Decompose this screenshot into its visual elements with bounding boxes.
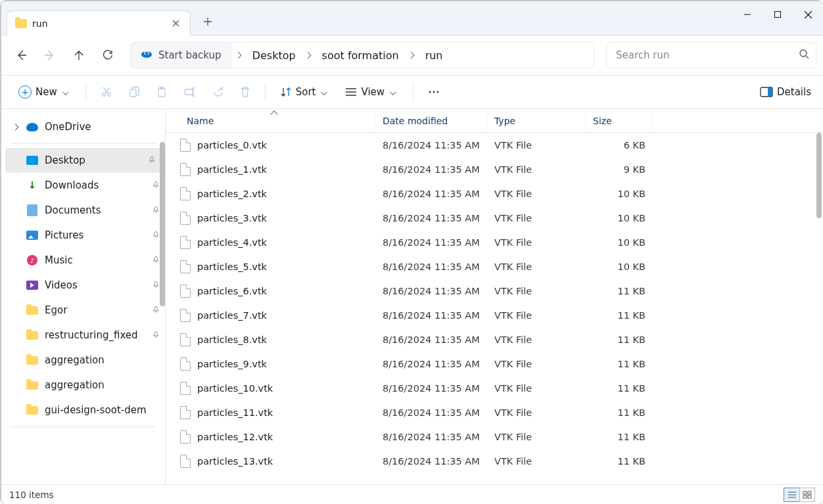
file-icon bbox=[180, 430, 191, 444]
file-size: 6 KB bbox=[586, 140, 652, 150]
file-type: VTK File bbox=[488, 310, 586, 321]
navpane-scrollbar[interactable] bbox=[160, 142, 165, 306]
navpane-item-restructuring-fixed[interactable]: restructuring_fixed bbox=[1, 323, 165, 348]
column-header-type[interactable]: Type bbox=[488, 109, 586, 132]
backup-label: Start backup bbox=[158, 49, 222, 61]
up-button[interactable] bbox=[66, 42, 92, 68]
navpane-onedrive[interactable]: OneDrive bbox=[1, 114, 165, 139]
file-row[interactable]: particles_1.vtk8/16/2024 11:35 AMVTK Fil… bbox=[166, 157, 823, 181]
svg-point-3 bbox=[102, 93, 105, 97]
new-tab-button[interactable] bbox=[199, 12, 217, 31]
file-date: 8/16/2024 11:35 AM bbox=[376, 456, 488, 467]
title-bar: run bbox=[1, 1, 823, 35]
breadcrumb-run[interactable]: run bbox=[420, 49, 448, 62]
rename-button[interactable] bbox=[178, 80, 202, 104]
file-size: 10 KB bbox=[586, 262, 652, 272]
more-button[interactable] bbox=[423, 80, 445, 104]
file-date: 8/16/2024 11:35 AM bbox=[376, 286, 488, 296]
share-button[interactable] bbox=[207, 80, 229, 104]
file-date: 8/16/2024 11:35 AM bbox=[376, 407, 488, 418]
file-name: particles_9.vtk bbox=[197, 359, 267, 369]
search-input[interactable]: Search run bbox=[606, 42, 816, 68]
file-row[interactable]: particles_8.vtk8/16/2024 11:35 AMVTK Fil… bbox=[166, 327, 823, 352]
details-pane-button[interactable]: Details bbox=[760, 86, 811, 98]
navpane-item-videos[interactable]: Videos bbox=[1, 273, 165, 298]
svg-point-10 bbox=[433, 91, 435, 93]
file-row[interactable]: particles_0.vtk8/16/2024 11:35 AMVTK Fil… bbox=[166, 133, 823, 157]
delete-button[interactable] bbox=[235, 80, 256, 104]
navpane-item-aggregation[interactable]: aggregation bbox=[1, 348, 165, 373]
navpane-item-aggregation[interactable]: aggregation bbox=[1, 373, 165, 398]
thumbnails-view-toggle[interactable] bbox=[799, 488, 815, 502]
breadcrumb-soot-formation[interactable]: soot formation bbox=[317, 49, 404, 62]
window-controls bbox=[732, 1, 823, 28]
column-header-date[interactable]: Date modified bbox=[376, 109, 488, 132]
close-window-button[interactable] bbox=[793, 1, 823, 28]
file-row[interactable]: particles_3.vtk8/16/2024 11:35 AMVTK Fil… bbox=[166, 206, 823, 230]
file-row[interactable]: particles_5.vtk8/16/2024 11:35 AMVTK Fil… bbox=[166, 254, 823, 279]
down-icon: ↓ bbox=[26, 179, 38, 191]
file-date: 8/16/2024 11:35 AM bbox=[376, 432, 488, 442]
file-date: 8/16/2024 11:35 AM bbox=[376, 334, 488, 345]
svg-point-4 bbox=[107, 93, 110, 97]
breadcrumb-desktop[interactable]: Desktop bbox=[247, 49, 301, 62]
column-headers: Name Date modified Type Size bbox=[166, 109, 823, 133]
file-row[interactable]: particles_13.vtk8/16/2024 11:35 AMVTK Fi… bbox=[166, 449, 823, 473]
navpane-item-label: Videos bbox=[45, 279, 78, 291]
details-view-toggle[interactable] bbox=[784, 488, 799, 502]
navpane-item-egor[interactable]: Egor bbox=[1, 298, 165, 323]
tab-title: run bbox=[32, 18, 165, 29]
file-size: 10 KB bbox=[586, 213, 652, 223]
new-button[interactable]: + New bbox=[13, 80, 76, 104]
back-button[interactable] bbox=[8, 42, 34, 68]
navpane-item-label: aggregation bbox=[45, 379, 105, 391]
pin-icon bbox=[148, 156, 156, 166]
breadcrumb-bar[interactable]: Start backup Desktop soot formation run bbox=[130, 42, 594, 68]
file-date: 8/16/2024 11:35 AM bbox=[376, 237, 488, 248]
file-row[interactable]: particles_4.vtk8/16/2024 11:35 AMVTK Fil… bbox=[166, 230, 823, 254]
cut-button[interactable] bbox=[95, 80, 118, 104]
svg-rect-8 bbox=[185, 89, 193, 95]
svg-point-9 bbox=[429, 91, 431, 93]
navpane-item-label: Pictures bbox=[45, 229, 83, 241]
navpane-item-gui-design-soot-dem[interactable]: gui-design-soot-dem bbox=[1, 398, 165, 423]
file-row[interactable]: particles_10.vtk8/16/2024 11:35 AMVTK Fi… bbox=[166, 376, 823, 400]
forward-button[interactable] bbox=[37, 42, 63, 68]
navpane-item-documents[interactable]: Documents bbox=[1, 198, 165, 223]
file-row[interactable]: particles_2.vtk8/16/2024 11:35 AMVTK Fil… bbox=[166, 181, 823, 206]
refresh-button[interactable] bbox=[95, 42, 121, 68]
navpane-item-desktop[interactable]: Desktop bbox=[5, 148, 161, 173]
chevron-right-icon bbox=[404, 51, 420, 59]
folder-icon bbox=[26, 329, 38, 341]
new-label: New bbox=[32, 86, 71, 98]
file-row[interactable]: particles_6.vtk8/16/2024 11:35 AMVTK Fil… bbox=[166, 279, 823, 303]
tab-run[interactable]: run bbox=[7, 11, 191, 35]
file-type: VTK File bbox=[488, 456, 586, 467]
close-tab-button[interactable] bbox=[170, 18, 181, 29]
file-row[interactable]: particles_9.vtk8/16/2024 11:35 AMVTK Fil… bbox=[166, 352, 823, 376]
file-icon bbox=[180, 309, 191, 322]
pin-icon bbox=[152, 206, 160, 216]
plus-circle-icon: + bbox=[18, 85, 32, 99]
view-button[interactable]: View bbox=[340, 80, 404, 104]
filelist-scrollbar[interactable] bbox=[816, 133, 822, 218]
start-backup-button[interactable]: Start backup bbox=[131, 43, 231, 68]
minimize-button[interactable] bbox=[732, 1, 763, 28]
column-header-size[interactable]: Size bbox=[586, 109, 652, 132]
file-row[interactable]: particles_11.vtk8/16/2024 11:35 AMVTK Fi… bbox=[166, 400, 823, 424]
file-row[interactable]: particles_12.vtk8/16/2024 11:35 AMVTK Fi… bbox=[166, 424, 823, 449]
paste-button[interactable] bbox=[151, 80, 173, 104]
file-row[interactable]: particles_7.vtk8/16/2024 11:35 AMVTK Fil… bbox=[166, 303, 823, 327]
file-date: 8/16/2024 11:35 AM bbox=[376, 310, 488, 321]
column-header-name[interactable]: Name bbox=[166, 109, 376, 132]
maximize-button[interactable] bbox=[763, 1, 793, 28]
navpane-item-downloads[interactable]: ↓Downloads bbox=[1, 173, 165, 198]
sort-button[interactable]: Sort bbox=[275, 80, 335, 104]
divider bbox=[11, 143, 156, 144]
navpane-item-music[interactable]: ♪Music bbox=[1, 248, 165, 273]
svg-rect-15 bbox=[808, 492, 811, 494]
navpane-item-pictures[interactable]: Pictures bbox=[1, 223, 165, 248]
navpane-item-label: gui-design-soot-dem bbox=[45, 404, 147, 416]
copy-button[interactable] bbox=[123, 80, 145, 104]
folder-icon bbox=[15, 19, 27, 28]
